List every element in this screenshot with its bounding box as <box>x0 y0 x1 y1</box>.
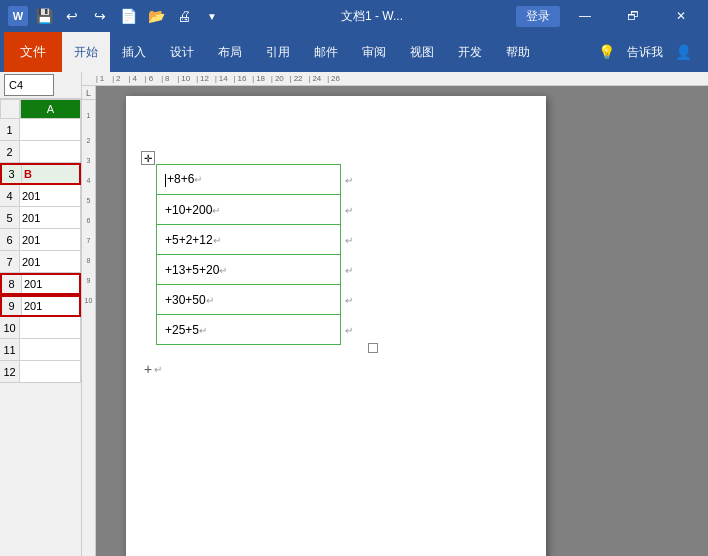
print-button[interactable]: 🖨 <box>172 4 196 28</box>
word-page[interactable]: ✛ +8+6↵ ↵ +10+200↵ <box>126 96 546 556</box>
row-11: 11 <box>0 339 81 361</box>
row-12: 12 <box>0 361 81 383</box>
para-mark-3: ↵ <box>213 235 221 246</box>
para-mark-out-6: ↵ <box>345 325 353 336</box>
save-button[interactable]: 💾 <box>32 4 56 28</box>
page-background: ✛ +8+6↵ ↵ +10+200↵ <box>96 86 708 556</box>
tab-design[interactable]: 设计 <box>158 32 206 72</box>
tab-references[interactable]: 引用 <box>254 32 302 72</box>
row-num-3: 3 <box>2 165 22 183</box>
para-mark-out-1: ↵ <box>345 175 353 186</box>
cell-text-3: +5+2+12 <box>165 233 213 247</box>
main-area: C4 A 1 2 3 B 4 201 5 2 <box>0 72 708 556</box>
cell-A3[interactable]: B <box>22 165 79 183</box>
table-row-1: +8+6↵ ↵ <box>157 165 366 195</box>
row-num-9: 9 <box>2 297 22 315</box>
cell-text-2: +10+200 <box>165 203 212 217</box>
table-cell-1-1[interactable]: +8+6↵ <box>157 165 341 195</box>
tell-me-label[interactable]: 告诉我 <box>627 44 663 61</box>
user-icon[interactable]: 👤 <box>671 40 696 64</box>
cell-A10[interactable] <box>20 317 81 338</box>
cell-reference-box[interactable]: C4 <box>4 74 54 96</box>
para-mark-4: ↵ <box>219 265 227 276</box>
row-7: 7 201 <box>0 251 81 273</box>
close-button[interactable]: ✕ <box>658 0 704 32</box>
cell-A1[interactable] <box>20 119 81 140</box>
ribbon-tabs: 开始 插入 设计 布局 引用 邮件 审阅 视图 开发 帮助 <box>62 32 594 72</box>
para-mark-out-4: ↵ <box>345 265 353 276</box>
row-num-12: 12 <box>0 361 20 382</box>
column-A-header[interactable]: A <box>20 99 81 119</box>
cell-A6[interactable]: 201 <box>20 229 81 250</box>
cell-A8[interactable]: 201 <box>22 275 79 293</box>
title-bar-right: 登录 — 🗗 ✕ <box>512 0 708 32</box>
cell-text-6: +25+5 <box>165 323 199 337</box>
table-cell-2-1[interactable]: +10+200↵ <box>157 195 341 225</box>
tab-layout[interactable]: 布局 <box>206 32 254 72</box>
table-cell-4-2: ↵ <box>341 255 366 285</box>
text-cursor <box>165 174 166 187</box>
tab-mailings[interactable]: 邮件 <box>302 32 350 72</box>
row-num-6: 6 <box>0 229 20 250</box>
row-num-2: 2 <box>0 141 20 162</box>
cell-A9[interactable]: 201 <box>22 297 79 315</box>
table-cell-6-2: ↵ <box>341 315 366 345</box>
table-cell-1-2: ↵ <box>341 165 366 195</box>
table-cell-6-1[interactable]: +25+5↵ <box>157 315 341 345</box>
tab-view[interactable]: 视图 <box>398 32 446 72</box>
table-cell-4-1[interactable]: +13+5+20↵ <box>157 255 341 285</box>
cell-text-5: +30+50 <box>165 293 206 307</box>
redo-button[interactable]: ↪ <box>88 4 112 28</box>
para-mark-2: ↵ <box>212 205 220 216</box>
open-button[interactable]: 📂 <box>144 4 168 28</box>
undo-button[interactable]: ↩ <box>60 4 84 28</box>
table-row-4: +13+5+20↵ ↵ <box>157 255 366 285</box>
table-cell-5-1[interactable]: +30+50↵ <box>157 285 341 315</box>
row-num-7: 7 <box>0 251 20 272</box>
tab-start[interactable]: 开始 <box>62 32 110 72</box>
column-header: A <box>0 99 81 119</box>
minimize-button[interactable]: — <box>562 0 608 32</box>
cell-A5[interactable]: 201 <box>20 207 81 228</box>
row-8: 8 201 <box>0 273 81 295</box>
restore-button[interactable]: 🗗 <box>610 0 656 32</box>
table-row-6: +25+5↵ ↵ <box>157 315 366 345</box>
row-num-4: 4 <box>0 185 20 206</box>
table-resize-handle[interactable] <box>368 343 378 353</box>
cell-A2[interactable] <box>20 141 81 162</box>
tab-developer[interactable]: 开发 <box>446 32 494 72</box>
quick-access-dropdown[interactable]: ▼ <box>200 4 224 28</box>
table-move-handle[interactable]: ✛ <box>141 151 155 165</box>
tab-insert[interactable]: 插入 <box>110 32 158 72</box>
table-row-5: +30+50↵ ↵ <box>157 285 366 315</box>
table-cell-3-1[interactable]: +5+2+12↵ <box>157 225 341 255</box>
para-mark-out-2: ↵ <box>345 205 353 216</box>
cell-A7[interactable]: 201 <box>20 251 81 272</box>
tab-help[interactable]: 帮助 <box>494 32 542 72</box>
file-tab[interactable]: 文件 <box>4 32 62 72</box>
row-num-1: 1 <box>0 119 20 140</box>
row-headers: 1 2 3 B 4 201 5 201 6 201 <box>0 119 81 383</box>
ribbon: 文件 开始 插入 设计 布局 引用 邮件 审阅 视图 开发 帮助 💡 告诉我 👤 <box>0 32 708 72</box>
cell-A12[interactable] <box>20 361 81 382</box>
row-5: 5 201 <box>0 207 81 229</box>
para-mark-below: ↵ <box>154 364 162 375</box>
cell-A4[interactable]: 201 <box>20 185 81 206</box>
title-bar-left: W 💾 ↩ ↪ 📄 📂 🖨 ▼ <box>0 4 232 28</box>
login-button[interactable]: 登录 <box>516 6 560 27</box>
row-4: 4 201 <box>0 185 81 207</box>
add-row-icon[interactable]: + <box>144 361 152 377</box>
tab-review[interactable]: 审阅 <box>350 32 398 72</box>
row-6: 6 201 <box>0 229 81 251</box>
row-num-10: 10 <box>0 317 20 338</box>
cell-A11[interactable] <box>20 339 81 360</box>
spreadsheet-panel: C4 A 1 2 3 B 4 201 5 2 <box>0 72 82 556</box>
ribbon-right: 💡 告诉我 👤 <box>594 40 704 64</box>
document-title: 文档1 - W... <box>232 8 512 25</box>
new-doc-button[interactable]: 📄 <box>116 4 140 28</box>
para-mark-out-3: ↵ <box>345 235 353 246</box>
table-row-2: +10+200↵ ↵ <box>157 195 366 225</box>
document-area: | 1 | 2 | 4 | 6 | 8 | 10 | 12 | 14 | 16 … <box>82 72 708 556</box>
row-10: 10 <box>0 317 81 339</box>
bulb-icon: 💡 <box>594 40 619 64</box>
